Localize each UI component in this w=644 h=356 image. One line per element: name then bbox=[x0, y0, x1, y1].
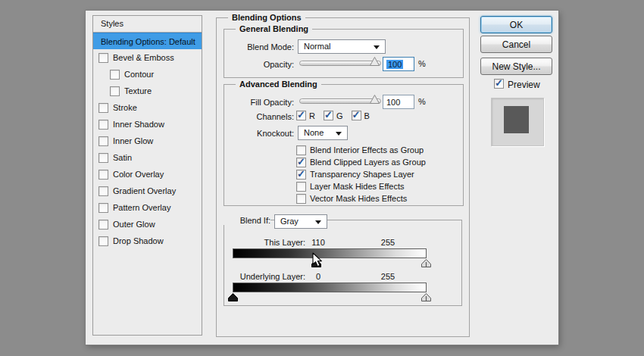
style-checkbox[interactable] bbox=[98, 153, 108, 163]
style-checkbox[interactable] bbox=[110, 86, 120, 96]
option-checkbox[interactable] bbox=[296, 158, 306, 167]
advanced-options-list: Blend Interior Effects as GroupBlend Cli… bbox=[296, 144, 426, 205]
underlying-layer-bar[interactable] bbox=[233, 283, 427, 302]
knockout-value: None bbox=[304, 128, 324, 137]
sidebar-item[interactable]: Inner Shadow bbox=[93, 116, 202, 133]
opacity-input[interactable]: 100 bbox=[383, 57, 414, 71]
channel-checkbox[interactable] bbox=[352, 111, 361, 120]
knockout-label: Knockout: bbox=[224, 129, 294, 138]
underlying-black-thumb[interactable] bbox=[228, 293, 238, 301]
advanced-option[interactable]: Blend Interior Effects as Group bbox=[296, 144, 426, 156]
sidebar-item-label: Inner Glow bbox=[113, 136, 153, 145]
option-label: Blend Interior Effects as Group bbox=[310, 145, 424, 155]
new-style-button[interactable]: New Style... bbox=[480, 58, 552, 75]
advanced-blending-legend: Advanced Blending bbox=[236, 80, 321, 89]
opacity-slider-thumb[interactable] bbox=[370, 57, 380, 66]
channel-label: G bbox=[336, 111, 343, 120]
sidebar-item[interactable]: Outer Glow bbox=[93, 216, 202, 233]
style-checkbox[interactable] bbox=[110, 70, 120, 80]
advanced-option[interactable]: Blend Clipped Layers as Group bbox=[296, 156, 426, 168]
preview-checkbox[interactable] bbox=[494, 79, 504, 89]
ok-button[interactable]: OK bbox=[480, 16, 552, 33]
this-layer-high-value: 255 bbox=[373, 238, 403, 247]
channel-r[interactable]: R bbox=[296, 111, 315, 120]
style-checkbox[interactable] bbox=[98, 186, 108, 196]
blend-if-value: Gray bbox=[280, 217, 299, 226]
style-checkbox[interactable] bbox=[98, 220, 108, 230]
fill-opacity-value: 100 bbox=[386, 98, 400, 107]
this-layer-low-value: 110 bbox=[303, 238, 333, 247]
underlying-high-value: 255 bbox=[373, 272, 403, 281]
option-checkbox[interactable] bbox=[296, 182, 306, 192]
general-blending-legend: General Blending bbox=[236, 24, 312, 34]
style-checkbox[interactable] bbox=[98, 236, 108, 246]
underlying-layer-gradient[interactable] bbox=[233, 283, 427, 292]
channel-g[interactable]: G bbox=[324, 111, 343, 120]
style-checkbox[interactable] bbox=[98, 170, 108, 180]
option-checkbox[interactable] bbox=[296, 170, 306, 180]
chevron-down-icon bbox=[315, 220, 321, 227]
option-label: Blend Clipped Layers as Group bbox=[310, 158, 426, 167]
sidebar-item-label: Outer Glow bbox=[113, 220, 155, 229]
channel-b[interactable]: B bbox=[352, 111, 370, 120]
blend-if-dropdown[interactable]: Gray bbox=[274, 214, 327, 229]
this-layer-white-thumb[interactable] bbox=[421, 259, 431, 267]
underlying-low-value: 0 bbox=[303, 272, 333, 281]
sidebar-item[interactable]: Gradient Overlay bbox=[93, 183, 202, 199]
opacity-value: 100 bbox=[386, 60, 403, 69]
blend-mode-value: Normal bbox=[304, 42, 330, 51]
chevron-down-icon bbox=[374, 45, 380, 52]
fill-opacity-input[interactable]: 100 bbox=[383, 95, 414, 109]
sidebar-item[interactable]: Satin bbox=[93, 149, 202, 166]
advanced-option[interactable]: Layer Mask Hides Effects bbox=[296, 180, 426, 192]
option-checkbox[interactable] bbox=[296, 145, 306, 155]
sidebar-item-label: Drop Shadow bbox=[113, 236, 164, 245]
styles-list: Bevel & EmbossContourTextureStrokeInner … bbox=[93, 49, 202, 249]
blend-mode-dropdown[interactable]: Normal bbox=[298, 39, 386, 54]
sidebar-item-label: Pattern Overlay bbox=[113, 203, 170, 212]
channel-checkbox[interactable] bbox=[324, 111, 333, 120]
sidebar-item[interactable]: Stroke bbox=[93, 99, 202, 116]
channel-checkbox[interactable] bbox=[296, 111, 306, 120]
panel-title: Blending Options bbox=[228, 13, 305, 23]
this-layer-gradient[interactable] bbox=[233, 248, 427, 258]
opacity-unit: % bbox=[418, 59, 426, 68]
style-checkbox[interactable] bbox=[98, 120, 108, 130]
fill-opacity-unit: % bbox=[418, 97, 426, 106]
sidebar-item-label: Gradient Overlay bbox=[113, 186, 176, 195]
style-checkbox[interactable] bbox=[98, 136, 108, 146]
option-label: Layer Mask Hides Effects bbox=[310, 182, 405, 191]
advanced-option[interactable]: Vector Mask Hides Effects bbox=[296, 192, 426, 205]
mouse-cursor-icon bbox=[312, 252, 324, 268]
sidebar-item[interactable]: Texture bbox=[93, 83, 202, 99]
sidebar-item[interactable]: Contour bbox=[93, 66, 202, 83]
this-layer-bar[interactable] bbox=[233, 248, 427, 268]
channel-label: B bbox=[364, 111, 370, 120]
option-checkbox[interactable] bbox=[296, 194, 306, 204]
option-label: Transparency Shapes Layer bbox=[310, 170, 414, 179]
sidebar-item-blending-options[interactable]: Blending Options: Default bbox=[93, 33, 202, 49]
opacity-slider[interactable] bbox=[299, 61, 381, 66]
underlying-layer-label: Underlying Layer: bbox=[224, 272, 305, 281]
style-checkbox[interactable] bbox=[98, 103, 108, 113]
fill-opacity-slider[interactable] bbox=[299, 98, 381, 104]
blend-if-label: Blend If: bbox=[224, 216, 270, 225]
knockout-dropdown[interactable]: None bbox=[298, 126, 348, 140]
fill-opacity-slider-thumb[interactable] bbox=[370, 95, 380, 104]
styles-header: Styles bbox=[93, 16, 202, 33]
sidebar-item[interactable]: Color Overlay bbox=[93, 166, 202, 183]
advanced-option[interactable]: Transparency Shapes Layer bbox=[296, 168, 426, 180]
style-checkbox[interactable] bbox=[98, 203, 108, 213]
sidebar-item-label: Color Overlay bbox=[113, 170, 164, 179]
blend-mode-label: Blend Mode: bbox=[224, 42, 294, 52]
sidebar-item[interactable]: Bevel & Emboss bbox=[93, 49, 202, 66]
chevron-down-icon bbox=[336, 132, 342, 139]
fill-opacity-label: Fill Opacity: bbox=[224, 98, 294, 107]
sidebar-item[interactable]: Drop Shadow bbox=[93, 233, 202, 249]
cancel-button[interactable]: Cancel bbox=[480, 36, 552, 53]
channel-label: R bbox=[309, 111, 315, 120]
style-checkbox[interactable] bbox=[98, 53, 108, 63]
sidebar-item[interactable]: Pattern Overlay bbox=[93, 199, 202, 216]
sidebar-item[interactable]: Inner Glow bbox=[93, 133, 202, 149]
underlying-white-thumb[interactable] bbox=[421, 293, 431, 301]
